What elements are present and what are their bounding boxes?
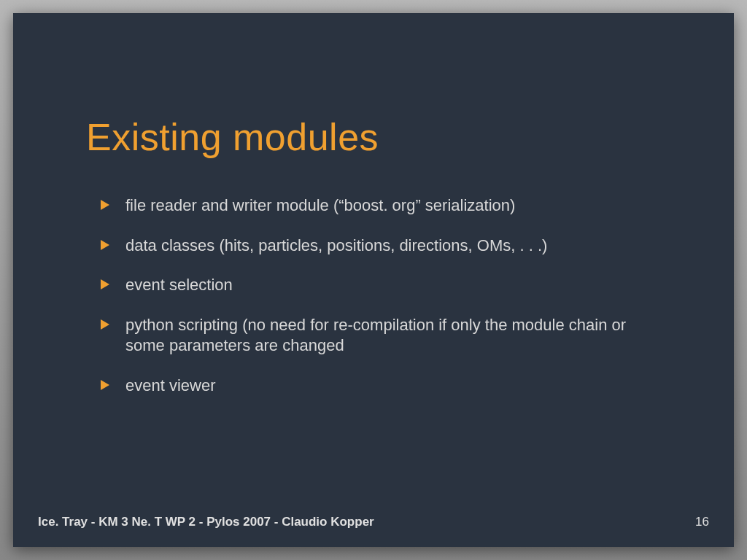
list-item: python scripting (no need for re-compila… — [101, 315, 668, 357]
bullet-list: file reader and writer module (“boost. o… — [101, 195, 668, 416]
slide: Existing modules file reader and writer … — [13, 13, 734, 547]
list-item: data classes (hits, particles, positions… — [101, 236, 668, 257]
list-item: event selection — [101, 275, 668, 296]
footer-text: Ice. Tray - KM 3 Ne. T WP 2 - Pylos 2007… — [38, 515, 374, 529]
list-item: event viewer — [101, 376, 668, 397]
page-number: 16 — [695, 515, 709, 529]
list-item: file reader and writer module (“boost. o… — [101, 195, 668, 217]
slide-title: Existing modules — [86, 115, 379, 159]
